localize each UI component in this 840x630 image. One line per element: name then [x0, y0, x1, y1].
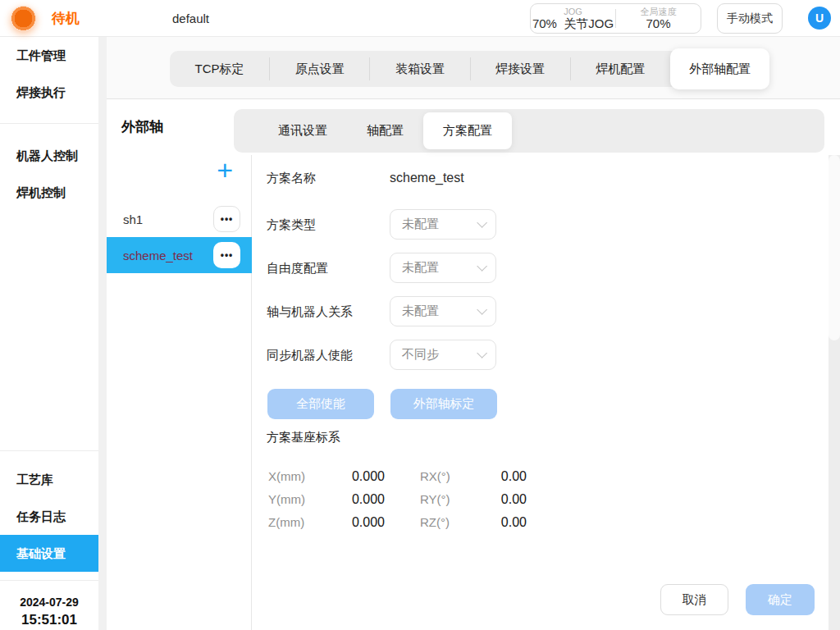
sidebar-item-robot-control[interactable]: 机器人控制 — [0, 137, 98, 174]
tab-tcp-calibration[interactable]: TCP标定 — [170, 62, 269, 77]
sidebar-divider — [0, 580, 98, 581]
user-avatar[interactable]: U — [808, 7, 831, 30]
app-logo-icon[interactable] — [11, 6, 36, 31]
sidebar-spacer — [0, 211, 98, 450]
jog-speed-panel[interactable]: JOG 70% 关节JOG 全局速度 70% — [530, 3, 701, 34]
sync-robot-enable-label: 同步机器人使能 — [267, 340, 353, 370]
scheme-type-value: 未配置 — [402, 217, 477, 232]
sync-robot-enable-value: 不同步 — [402, 347, 477, 363]
main-tab-strip: TCP标定 原点设置 装箱设置 焊接设置 焊机配置 外部轴配置 — [107, 37, 840, 99]
chevron-down-icon — [477, 304, 487, 315]
base-frame-title: 方案基座标系 — [267, 430, 340, 445]
more-options-icon[interactable]: ••• — [213, 242, 240, 268]
sidebar-item-task-log[interactable]: 任务日志 — [0, 498, 98, 535]
jog-label: JOG — [564, 7, 582, 17]
scheme-list-panel: + sh1 ••• scheme_test ••• — [107, 155, 252, 630]
sidebar-divider — [0, 450, 98, 451]
tab-origin-settings[interactable]: 原点设置 — [270, 62, 369, 77]
sidebar-item-process-library[interactable]: 工艺库 — [0, 461, 98, 498]
sidebar-divider — [0, 123, 98, 124]
external-axis-calibrate-button[interactable]: 外部轴标定 — [390, 389, 497, 419]
coord-ry-value: 0.00 — [473, 488, 527, 511]
current-time: 15:51:01 — [0, 610, 98, 630]
sync-robot-enable-select[interactable]: 不同步 — [390, 340, 496, 370]
tab-welder-config[interactable]: 焊机配置 — [571, 62, 670, 77]
chevron-down-icon — [477, 261, 487, 272]
scheme-name-label: scheme_test — [123, 249, 193, 262]
coord-rx-value: 0.00 — [473, 465, 527, 488]
axis-robot-relation-select[interactable]: 未配置 — [390, 296, 496, 326]
coord-ry-label: RY(°) — [420, 488, 450, 511]
coord-y-value: 0.000 — [326, 488, 385, 511]
dof-config-value: 未配置 — [402, 260, 477, 276]
scheme-type-label: 方案类型 — [267, 209, 316, 240]
global-speed-label: 全局速度 — [641, 7, 677, 17]
section-header: 外部轴 通讯设置 轴配置 方案配置 — [107, 99, 840, 155]
axis-robot-relation-value: 未配置 — [402, 304, 477, 319]
coord-rz-value: 0.00 — [473, 511, 527, 534]
dof-config-select[interactable]: 未配置 — [390, 253, 496, 283]
confirm-button[interactable]: 确定 — [746, 584, 815, 615]
scheme-config-form: 方案名称 scheme_test 方案类型 未配置 自由度配置 未配置 轴与机器… — [252, 155, 829, 630]
scrollbar-track[interactable] — [829, 155, 840, 630]
section-body: + sh1 ••• scheme_test ••• 方案名称 scheme_te… — [107, 155, 840, 630]
list-item-sh1[interactable]: sh1 ••• — [107, 201, 252, 237]
subtab-communication-settings[interactable]: 通讯设置 — [258, 123, 347, 139]
subtab-scheme-config[interactable]: 方案配置 — [423, 112, 512, 149]
sidebar-gutter — [98, 37, 107, 630]
tab-welding-settings[interactable]: 焊接设置 — [471, 62, 570, 77]
main-tabs: TCP标定 原点设置 装箱设置 焊接设置 焊机配置 外部轴配置 — [170, 51, 769, 87]
sidebar-item-welder-control[interactable]: 焊机控制 — [0, 174, 98, 211]
panel-title: 外部轴 — [121, 99, 163, 155]
jog-value-mode: 70% 关节JOG — [532, 16, 614, 30]
coord-y-label: Y(mm) — [268, 488, 305, 511]
chevron-down-icon — [477, 217, 487, 228]
enable-all-button[interactable]: 全部使能 — [267, 389, 374, 419]
scheme-type-select[interactable]: 未配置 — [390, 209, 496, 240]
global-speed-value: 70% — [646, 16, 670, 30]
project-name[interactable]: default — [172, 0, 209, 37]
global-speed-section[interactable]: 全局速度 70% — [616, 4, 701, 33]
list-item-scheme-test[interactable]: scheme_test ••• — [107, 237, 252, 273]
coord-x-label: X(mm) — [268, 465, 305, 488]
cancel-button[interactable]: 取消 — [660, 584, 728, 615]
current-date: 2024-07-29 — [0, 594, 98, 610]
scrollbar-thumb[interactable] — [829, 155, 840, 340]
tab-packing-settings[interactable]: 装箱设置 — [370, 62, 469, 77]
coord-rx-label: RX(°) — [420, 465, 450, 488]
coord-rz-label: RZ(°) — [420, 511, 450, 534]
sidebar: 工件管理 焊接执行 机器人控制 焊机控制 工艺库 任务日志 基础设置 2024-… — [0, 37, 98, 630]
topbar: 待机 default JOG 70% 关节JOG 全局速度 70% 手动模式 U — [0, 0, 840, 37]
subtab-axis-config[interactable]: 轴配置 — [347, 123, 423, 139]
axis-robot-relation-label: 轴与机器人关系 — [267, 296, 353, 326]
sidebar-item-workpiece[interactable]: 工件管理 — [0, 37, 98, 74]
main-area: TCP标定 原点设置 装箱设置 焊接设置 焊机配置 外部轴配置 外部轴 通讯设置… — [107, 37, 840, 630]
coord-x-value: 0.000 — [326, 465, 385, 488]
datetime-display: 2024-07-29 15:51:01 — [0, 594, 98, 630]
sub-tabs: 通讯设置 轴配置 方案配置 — [234, 109, 824, 153]
sidebar-item-weld-exec[interactable]: 焊接执行 — [0, 74, 98, 111]
dof-config-label: 自由度配置 — [267, 253, 328, 283]
jog-section[interactable]: JOG 70% 关节JOG — [531, 4, 615, 33]
coord-z-value: 0.000 — [326, 511, 385, 534]
chevron-down-icon — [477, 348, 487, 358]
scheme-name-value: scheme_test — [390, 167, 464, 189]
robot-status: 待机 — [52, 0, 80, 37]
scheme-name-field-label: 方案名称 — [267, 167, 316, 189]
coord-z-label: Z(mm) — [268, 511, 304, 534]
tab-external-axis-config[interactable]: 外部轴配置 — [670, 48, 769, 89]
scheme-name-label: sh1 — [123, 212, 143, 226]
sidebar-item-basic-settings[interactable]: 基础设置 — [0, 535, 98, 572]
add-scheme-icon[interactable]: + — [217, 153, 233, 186]
manual-mode-button[interactable]: 手动模式 — [717, 3, 783, 34]
more-options-icon[interactable]: ••• — [213, 206, 240, 232]
